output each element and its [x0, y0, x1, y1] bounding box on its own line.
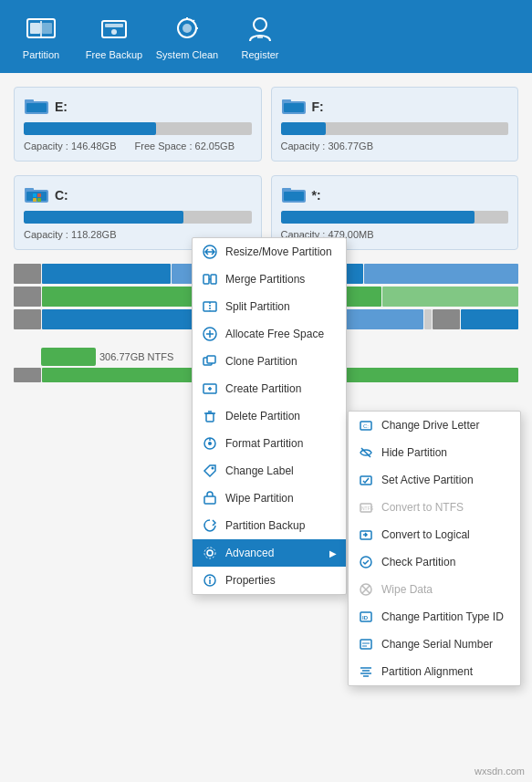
watermark: wxsdn.com — [475, 766, 525, 777]
resize-move-icon — [202, 244, 218, 260]
register-icon — [244, 13, 276, 46]
sub-menu-item-alignment[interactable]: Partition Alignment — [349, 658, 520, 685]
svg-rect-31 — [203, 275, 209, 284]
drive-c-bar — [24, 211, 252, 224]
menu-label-allocate: Allocate Free Space — [225, 328, 324, 340]
sub-menu-label-change-type: Change Partition Type ID — [381, 610, 504, 623]
menu-label-resize-move: Resize/Move Partition — [225, 245, 332, 258]
sub-menu-item-change-type[interactable]: ID Change Partition Type ID — [349, 603, 520, 631]
svg-point-50 — [207, 550, 213, 556]
drive-e-bar — [24, 122, 252, 135]
partition-icon — [25, 13, 57, 46]
disk-panels-row1: E: Capacity : 146.48GB Free Space : 62.0… — [0, 73, 532, 175]
drive-e-capacity: Capacity : 146.48GB — [24, 141, 117, 151]
drive-f-bar — [281, 122, 509, 135]
drive-c-fill — [24, 211, 183, 224]
sub-menu-item-check[interactable]: Check Partition — [349, 548, 520, 576]
sub-menu-item-change-drive[interactable]: C: Change Drive Letter — [349, 412, 520, 439]
hide-icon — [358, 444, 374, 461]
properties-icon — [202, 572, 218, 589]
sub-menu-label-set-active: Set Active Partition — [381, 474, 474, 486]
sub-menu-item-convert-logical[interactable]: Convert to Logical — [349, 521, 520, 548]
svg-rect-15 — [26, 103, 47, 112]
partition-seg-green-light — [382, 287, 518, 307]
split-icon — [202, 298, 218, 315]
toolbar-item-free-backup[interactable]: Free Backup — [82, 7, 146, 66]
menu-item-split[interactable]: Split Partition — [193, 293, 346, 320]
menu-item-change-label[interactable]: Change Label — [193, 457, 346, 485]
svg-rect-29 — [282, 188, 291, 192]
set-active-icon — [358, 472, 374, 488]
drive-c-icon — [24, 185, 49, 205]
menu-label-change-label: Change Label — [225, 464, 294, 477]
svg-rect-1 — [30, 23, 40, 34]
svg-rect-18 — [284, 103, 304, 112]
partition-star-label — [433, 309, 460, 329]
format-icon — [202, 435, 218, 452]
partition-gap-2 — [424, 309, 432, 329]
menu-label-split: Split Partition — [225, 300, 290, 313]
svg-point-48 — [212, 467, 214, 470]
svg-rect-22 — [25, 188, 34, 192]
menu-label-clone: Clone Partition — [225, 355, 297, 368]
sub-menu-item-wipe-data: Wipe Data — [349, 576, 520, 603]
partition-seg-f-light — [364, 264, 518, 284]
menu-item-merge[interactable]: Merge Partitions — [193, 266, 346, 293]
menu-item-wipe[interactable]: Wipe Partition — [193, 485, 346, 512]
sub-menu-label-check: Check Partition — [381, 556, 455, 568]
svg-point-51 — [204, 547, 215, 558]
drive-f-info: Capacity : 306.77GB — [281, 141, 509, 151]
menu-item-create[interactable]: Create Partition — [193, 375, 346, 402]
toolbar-item-partition[interactable]: Partition — [9, 7, 73, 66]
drive-f-fill — [281, 122, 327, 135]
change-drive-icon: C: — [358, 417, 374, 433]
svg-rect-38 — [207, 356, 215, 363]
menu-item-resize-move[interactable]: Resize/Move Partition — [193, 238, 346, 266]
partition-label-e — [14, 264, 41, 284]
drive-e-fill — [24, 122, 156, 135]
drive-c-letter: C: — [55, 188, 68, 203]
svg-rect-25 — [33, 198, 37, 202]
drive-panel-f[interactable]: F: Capacity : 306.77GB — [271, 87, 519, 162]
svg-rect-42 — [206, 413, 214, 422]
drive-e-info: Capacity : 146.48GB Free Space : 62.05GB — [24, 141, 252, 151]
serial-icon — [358, 636, 374, 652]
menu-item-properties[interactable]: Properties — [193, 567, 346, 594]
sub-menu-item-convert-ntfs: NTFS Convert to NTFS — [349, 494, 520, 521]
svg-rect-26 — [37, 198, 41, 202]
menu-item-backup[interactable]: Partition Backup — [193, 512, 346, 539]
menu-item-clone[interactable]: Clone Partition — [193, 348, 346, 375]
sub-menu-item-change-serial[interactable]: Change Serial Number — [349, 631, 520, 658]
svg-rect-24 — [37, 193, 41, 197]
menu-label-wipe: Wipe Partition — [225, 492, 294, 505]
wipe-icon — [202, 490, 218, 506]
main-area: E: Capacity : 146.48GB Free Space : 62.0… — [0, 73, 532, 782]
sub-menu-item-set-active[interactable]: Set Active Partition — [349, 466, 520, 494]
merge-icon — [202, 271, 218, 287]
menu-item-advanced[interactable]: Advanced ▶ — [193, 539, 346, 567]
toolbar-item-register[interactable]: Register — [228, 7, 292, 66]
label-icon — [202, 463, 218, 479]
backup-menu-icon — [202, 517, 218, 534]
svg-rect-19 — [282, 99, 291, 103]
menu-item-format[interactable]: Format Partition — [193, 430, 346, 457]
toolbar-item-system-clean[interactable]: System Clean — [155, 7, 219, 66]
sub-menu-item-hide[interactable]: Hide Partition — [349, 439, 520, 466]
svg-text:C:: C: — [363, 423, 369, 429]
toolbar: Partition Free Backup System Clean — [0, 0, 532, 73]
svg-rect-2 — [42, 23, 52, 34]
backup-icon — [98, 13, 130, 46]
menu-item-delete[interactable]: Delete Partition — [193, 402, 346, 430]
svg-rect-66 — [360, 640, 371, 649]
type-id-icon: ID — [358, 609, 374, 625]
allocate-icon — [202, 326, 218, 342]
wipe-data-icon — [358, 581, 374, 598]
drive-panel-e[interactable]: E: Capacity : 146.48GB Free Space : 62.0… — [14, 87, 262, 162]
drive-e-header: E: — [24, 97, 252, 117]
ntfs-label: 306.77GB NTFS — [99, 351, 173, 362]
sub-menu-label-hide: Hide Partition — [381, 446, 447, 459]
menu-item-allocate[interactable]: Allocate Free Space — [193, 320, 346, 348]
drive-f-icon — [281, 97, 307, 117]
sub-menu-label-change-serial: Change Serial Number — [381, 638, 493, 651]
create-icon — [202, 381, 218, 397]
